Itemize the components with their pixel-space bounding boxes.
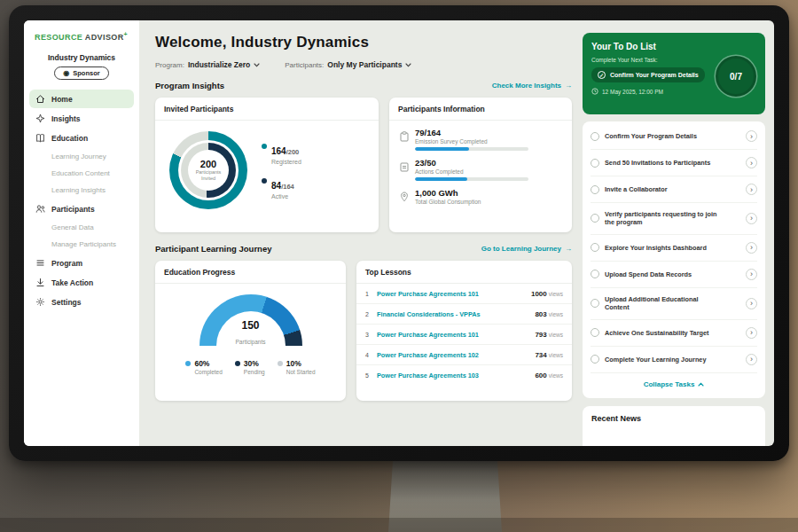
chevron-right-icon[interactable]: › — [746, 242, 757, 254]
link-label: Go to Learning Journey — [481, 245, 561, 253]
invited-participants-card: Invited Participants 200 Participants In… — [155, 98, 379, 232]
lesson-rank: 4 — [365, 352, 372, 358]
sidebar-item-participants[interactable]: Participants — [29, 200, 134, 218]
lesson-link[interactable]: Power Purchase Agreements 101 — [377, 331, 529, 339]
lesson-rank: 3 — [365, 332, 372, 338]
chevron-right-icon[interactable]: › — [746, 354, 757, 365]
task-checkbox[interactable] — [591, 243, 599, 252]
desk-surface — [0, 518, 798, 532]
lesson-row: 4 Power Purchase Agreements 102 734views — [356, 345, 572, 365]
todo-task-row[interactable]: Invite a Collaborator › — [591, 176, 757, 203]
progress-track — [415, 177, 528, 181]
sidebar-item-insights[interactable]: Insights — [29, 109, 134, 128]
todo-task-row[interactable]: Verify participants requesting to join t… — [591, 203, 757, 235]
sidebar-item-settings[interactable]: Settings — [29, 293, 134, 311]
chevron-right-icon[interactable]: › — [746, 327, 757, 339]
next-task-label: Confirm Your Program Details — [610, 72, 699, 78]
todo-progress-ring: 0/7 — [716, 56, 756, 97]
lesson-link[interactable]: Power Purchase Agreements 101 — [377, 290, 526, 298]
app-screen: RESOURCE ADVISOR+ Industry Dynamics ◉ Sp… — [24, 20, 774, 446]
todo-task-row[interactable]: Confirm Your Program Details › — [591, 123, 757, 150]
donut-center-label: Participants Invited — [192, 169, 224, 182]
learning-journey-cards: Education Progress 150 Participants — [155, 261, 572, 401]
checklist-icon — [400, 160, 409, 181]
logo-plus: + — [124, 31, 129, 37]
chevron-right-icon[interactable]: › — [746, 184, 757, 195]
todo-task-row[interactable]: Upload Additional Educational Content › — [591, 288, 757, 320]
sidebar-item-take-action[interactable]: Take Action — [29, 273, 134, 292]
program-filter-dropdown[interactable]: Program: Industrialize Zero — [155, 60, 260, 69]
todo-task-row[interactable]: Upload Spend Data Records › — [591, 262, 757, 288]
legend-pending: 30% Pending — [235, 359, 265, 375]
todo-list-card: Confirm Your Program Details › Send 50 I… — [583, 121, 765, 398]
todo-task-row[interactable]: Achieve One Sustainability Target › — [591, 320, 757, 347]
task-label: Send 50 Invitations to Participants — [605, 159, 710, 167]
recent-news-title: Recent News — [591, 414, 756, 423]
sidebar-subitem-label: Learning Journey — [51, 153, 106, 160]
clipboard-icon — [400, 129, 409, 151]
legend-label: Active — [271, 193, 294, 200]
sidebar-subitem-label: Learning Insights — [51, 186, 106, 194]
task-checkbox[interactable] — [591, 185, 599, 194]
sidebar-item-program[interactable]: Program — [29, 254, 134, 272]
gear-icon — [35, 297, 45, 307]
sidebar-item-learning-insights[interactable]: Learning Insights — [29, 182, 134, 199]
chevron-right-icon[interactable]: › — [746, 157, 757, 168]
lesson-row: 2 Financial Considerations - VPPAs 803vi… — [356, 304, 572, 325]
lesson-views: 600 — [535, 372, 546, 379]
lesson-link[interactable]: Power Purchase Agreements 102 — [377, 351, 529, 359]
sponsor-icon: ◉ — [63, 70, 69, 77]
lesson-views: 803 — [535, 310, 546, 318]
gauge-center-value: 150 — [155, 319, 346, 332]
todo-title: Your To Do List — [591, 42, 756, 51]
task-checkbox[interactable] — [591, 159, 599, 168]
task-checkbox[interactable] — [591, 355, 599, 364]
next-task-pill[interactable]: ✓ Confirm Your Program Details — [591, 67, 705, 82]
sidebar-item-education-content[interactable]: Education Content — [29, 165, 134, 182]
sidebar-nav: Home Insights Education Learning Journey… — [24, 90, 139, 311]
program-filter-value: Industrialize Zero — [188, 60, 250, 69]
todo-task-row[interactable]: Explore Your Insights Dashboard › — [591, 235, 757, 262]
sidebar-item-general-data[interactable]: General Data — [29, 219, 134, 236]
todo-task-row[interactable]: Complete Your Learning Journey › — [591, 347, 757, 373]
lesson-views-label: views — [549, 311, 563, 317]
legend-value: 10% — [286, 359, 316, 368]
sidebar-item-manage-participants[interactable]: Manage Participants — [29, 236, 134, 253]
task-label: Complete Your Learning Journey — [605, 356, 706, 364]
sidebar-item-home[interactable]: Home — [29, 90, 134, 108]
participants-filter-dropdown[interactable]: Participants: Only My Participants — [285, 60, 411, 69]
collapse-tasks-link[interactable]: Collapse Tasks — [591, 373, 757, 396]
todo-task-row[interactable]: Send 50 Invitations to Participants › — [591, 150, 757, 176]
lesson-row: 1 Power Purchase Agreements 101 1000view… — [356, 284, 572, 304]
not-started-dot — [278, 361, 283, 366]
task-checkbox[interactable] — [591, 299, 599, 308]
task-checkbox[interactable] — [591, 270, 599, 278]
legend-label: Not Started — [286, 369, 316, 375]
chevron-right-icon[interactable]: › — [746, 298, 757, 309]
people-icon — [35, 204, 45, 214]
sidebar-item-learning-journey[interactable]: Learning Journey — [29, 148, 134, 165]
chevron-right-icon[interactable]: › — [746, 130, 757, 142]
active-dot — [262, 178, 267, 184]
lesson-link[interactable]: Financial Considerations - VPPAs — [377, 310, 529, 318]
learning-journey-section-header: Participant Learning Journey Go to Learn… — [155, 244, 572, 254]
sponsor-badge[interactable]: ◉ Sponsor — [54, 66, 108, 80]
stat-value: 1,000 GWh — [415, 188, 481, 198]
sidebar-item-education[interactable]: Education — [29, 129, 134, 147]
stat-label: Total Global Consumption — [415, 199, 481, 205]
sidebar-item-label: Participants — [51, 205, 95, 214]
download-action-icon — [35, 278, 45, 287]
chevron-right-icon[interactable]: › — [746, 269, 757, 280]
task-label: Achieve One Sustainability Target — [605, 329, 708, 337]
task-checkbox[interactable] — [591, 214, 599, 223]
completed-dot — [185, 361, 191, 366]
lesson-link[interactable]: Power Purchase Agreements 103 — [377, 372, 529, 379]
task-label: Invite a Collaborator — [605, 185, 668, 193]
task-checkbox[interactable] — [591, 328, 599, 337]
check-more-insights-link[interactable]: Check More Insights → — [492, 82, 572, 90]
monitor-bezel: RESOURCE ADVISOR+ Industry Dynamics ◉ Sp… — [9, 5, 789, 461]
chevron-right-icon[interactable]: › — [746, 213, 757, 224]
lesson-rank: 2 — [365, 311, 372, 317]
go-to-learning-journey-link[interactable]: Go to Learning Journey → — [481, 245, 572, 253]
task-checkbox[interactable] — [591, 132, 599, 141]
